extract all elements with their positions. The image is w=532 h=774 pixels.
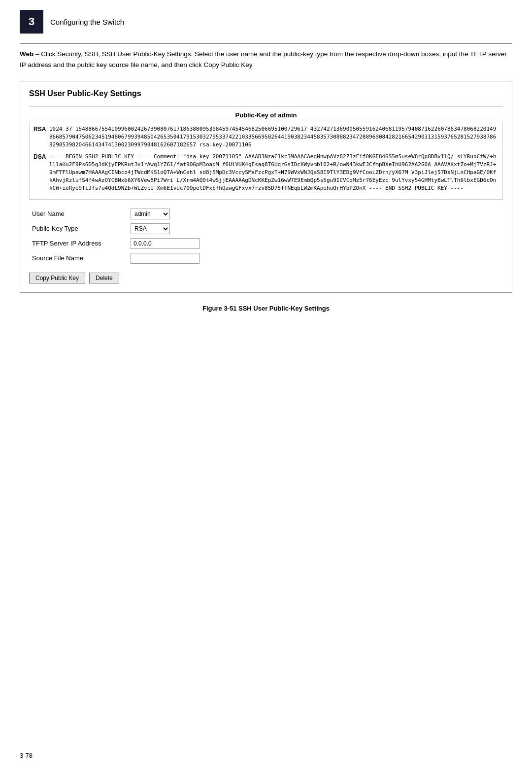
chapter-title: Configuring the Switch: [50, 18, 124, 26]
user-name-label: User Name: [29, 207, 128, 221]
public-key-type-row: Public-Key Type RSA DSA: [29, 221, 503, 236]
public-key-header: Public-Key of admin: [29, 111, 503, 119]
ssh-settings-panel: SSH User Public-Key Settings Public-Key …: [20, 81, 512, 293]
rsa-key-content: 1024 37 15488667554109960024267390807617…: [49, 125, 499, 149]
dsa-key-row: DSA ---- BEGIN SSH2 PUBLIC KEY ---- Comm…: [33, 153, 499, 192]
dsa-key-content: ---- BEGIN SSH2 PUBLIC KEY ---- Comment:…: [49, 153, 499, 192]
description-bold: Web: [20, 50, 33, 58]
tftp-input[interactable]: [131, 238, 200, 249]
description-body: – Click Security, SSH, SSH User Public-K…: [20, 50, 507, 69]
user-name-row: User Name admin: [29, 207, 503, 221]
key-display-area: RSA 1024 37 1548866755410996002426739080…: [29, 122, 503, 200]
public-key-type-label: Public-Key Type: [29, 221, 128, 236]
header-divider: [20, 43, 512, 44]
figure-caption: Figure 3-51 SSH User Public-Key Settings: [20, 305, 512, 312]
description-paragraph: Web – Click Security, SSH, SSH User Publ…: [20, 49, 512, 70]
settings-form-table: User Name admin Public-Key Type RSA DSA: [29, 207, 503, 266]
user-name-select[interactable]: admin: [131, 209, 170, 219]
rsa-label: RSA: [33, 125, 49, 133]
chapter-icon: 3: [20, 10, 43, 34]
tftp-row: TFTP Server IP Address: [29, 236, 503, 251]
source-file-label: Source File Name: [29, 251, 128, 266]
dsa-label: DSA: [33, 153, 49, 160]
source-file-row: Source File Name: [29, 251, 503, 266]
rsa-key-row: RSA 1024 37 1548866755410996002426739080…: [33, 125, 499, 149]
source-file-input[interactable]: [131, 253, 200, 264]
delete-button[interactable]: Delete: [89, 273, 119, 283]
public-key-type-select[interactable]: RSA DSA: [131, 223, 170, 234]
tftp-label: TFTP Server IP Address: [29, 236, 128, 251]
panel-top-divider: [29, 106, 503, 106]
copy-public-key-button[interactable]: Copy Public Key: [29, 273, 85, 283]
header-bar: 3 Configuring the Switch: [20, 10, 512, 34]
button-row: Copy Public Key Delete: [29, 273, 503, 283]
panel-title: SSH User Public-Key Settings: [29, 89, 503, 98]
page-number: 3-78: [20, 752, 33, 759]
